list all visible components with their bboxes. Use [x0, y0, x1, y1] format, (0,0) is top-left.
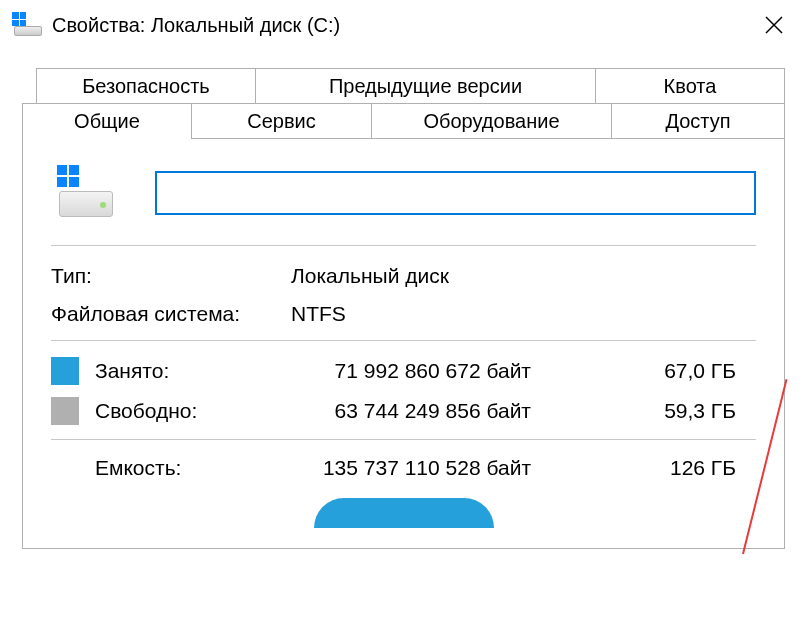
divider — [51, 245, 756, 246]
used-space-gb: 67,0 ГБ — [551, 359, 756, 383]
disk-large-icon — [59, 169, 115, 217]
close-icon — [765, 16, 783, 34]
capacity-gb: 126 ГБ — [551, 456, 756, 480]
used-space-bytes: 71 992 860 672 байт — [285, 359, 551, 383]
type-value: Локальный диск — [291, 264, 756, 288]
window-title: Свойства: Локальный диск (C:) — [52, 14, 749, 37]
capacity-bytes: 135 737 110 528 байт — [285, 456, 551, 480]
filesystem-value: NTFS — [291, 302, 756, 326]
free-space-label: Свободно: — [95, 399, 285, 423]
tab-previous-versions[interactable]: Предыдущие версии — [256, 68, 596, 104]
volume-label-input[interactable] — [155, 171, 756, 215]
free-space-swatch — [51, 397, 79, 425]
filesystem-label: Файловая система: — [51, 302, 291, 326]
free-space-gb: 59,3 ГБ — [551, 399, 756, 423]
drive-icon — [12, 14, 44, 36]
tab-general[interactable]: Общие — [22, 103, 192, 139]
free-space-bytes: 63 744 249 856 байт — [285, 399, 551, 423]
tab-sharing[interactable]: Доступ — [612, 103, 785, 139]
tab-tools[interactable]: Сервис — [192, 103, 372, 139]
divider — [51, 340, 756, 341]
capacity-label: Емкость: — [95, 456, 285, 480]
titlebar: Свойства: Локальный диск (C:) — [0, 0, 807, 50]
close-button[interactable] — [749, 5, 799, 45]
divider — [51, 439, 756, 440]
tab-hardware[interactable]: Оборудование — [372, 103, 612, 139]
used-space-swatch — [51, 357, 79, 385]
tab-panel-general: Тип: Локальный диск Файловая система: NT… — [22, 138, 785, 549]
used-space-label: Занято: — [95, 359, 285, 383]
tab-strip: Безопасность Предыдущие версии Квота Общ… — [22, 68, 785, 139]
type-label: Тип: — [51, 264, 291, 288]
tab-quota[interactable]: Квота — [596, 68, 785, 104]
usage-pie-chart — [314, 498, 494, 528]
tab-security[interactable]: Безопасность — [36, 68, 256, 104]
